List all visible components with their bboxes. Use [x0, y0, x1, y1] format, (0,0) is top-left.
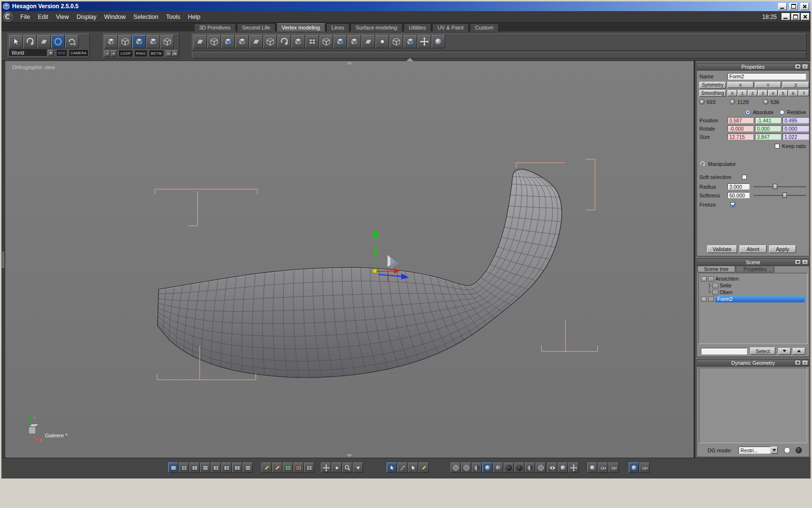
quick-render-button[interactable]	[629, 463, 639, 473]
dg-white-indicator[interactable]	[784, 447, 790, 453]
shading-smooth-button[interactable]	[482, 463, 493, 473]
radius-slider-thumb[interactable]	[773, 184, 777, 189]
tool-tessellate[interactable]	[305, 35, 319, 48]
shading-flat-button[interactable]	[472, 463, 482, 473]
select-edges-button[interactable]	[118, 35, 132, 48]
grid-xz-button[interactable]	[283, 463, 293, 473]
child-minimize-button[interactable]	[782, 13, 790, 20]
validate-button[interactable]: Validate	[707, 245, 737, 253]
ring-select-button[interactable]: RING	[134, 50, 148, 57]
menu-selection[interactable]: Selection	[130, 12, 162, 22]
select-auto-button[interactable]	[160, 35, 174, 48]
dynamic-geometry-header[interactable]: Dynamic Geometry ×	[697, 359, 809, 367]
rotate-x-input[interactable]: -0.000	[727, 125, 754, 132]
layout-single-view-button[interactable]	[168, 463, 178, 473]
shading-dark-button[interactable]	[504, 463, 514, 473]
left-panel-grip[interactable]	[2, 252, 4, 268]
menu-file[interactable]: File	[16, 12, 34, 22]
render-camera-button[interactable]	[598, 463, 608, 473]
gizmo-center-handle[interactable]	[373, 269, 377, 273]
tab-utilities[interactable]: Utilities	[404, 23, 431, 31]
pick-tool-button[interactable]	[408, 463, 418, 473]
dg-sphere-indicator[interactable]	[796, 447, 802, 453]
symmetry-button[interactable]: Symmetry	[699, 82, 726, 89]
tree-item-form2-selected[interactable]: Form2	[701, 296, 806, 302]
layout-quad-view-button[interactable]	[179, 463, 189, 473]
pan-view-button[interactable]	[321, 463, 331, 473]
loop-select-button[interactable]: LOOP	[118, 50, 132, 57]
hammer-tool-button[interactable]	[397, 463, 407, 473]
abort-button[interactable]: Abort	[740, 245, 767, 253]
show-object-button[interactable]	[558, 463, 568, 473]
tool-weld[interactable]	[334, 35, 347, 48]
symmetry-z-button[interactable]: Z	[783, 82, 809, 88]
render-film-button[interactable]	[609, 463, 619, 473]
paint-button[interactable]	[272, 463, 282, 473]
scene-search-input[interactable]	[701, 348, 747, 355]
scene-prev-button[interactable]	[778, 348, 791, 355]
select-points-button[interactable]	[104, 35, 118, 48]
tool-symmetry[interactable]	[390, 35, 403, 48]
tool-extract-around[interactable]	[193, 35, 207, 48]
hull-mesh-object[interactable]	[157, 169, 563, 378]
tree-item-oben[interactable]: └ Oben	[708, 289, 806, 296]
freeze-checkbox[interactable]	[730, 202, 735, 207]
scene-next-button[interactable]	[793, 348, 805, 355]
soft-selection-checkbox[interactable]	[742, 175, 747, 179]
dg-collapse-button[interactable]	[795, 360, 801, 365]
visibility-icon[interactable]	[708, 276, 714, 282]
layout-two-vertical-button[interactable]	[189, 463, 200, 473]
tab-surface-modeling[interactable]: Surface modeling	[350, 23, 403, 31]
tab-3d-primitives[interactable]: 3D Primitives	[194, 23, 236, 31]
tree-item-ansichten[interactable]: Ansichten	[701, 275, 806, 282]
viewport-canvas[interactable]	[5, 61, 694, 458]
select-rotate-button[interactable]	[23, 35, 37, 48]
paint-select-button[interactable]	[104, 50, 110, 57]
scene-collapse-button[interactable]	[795, 259, 801, 265]
tool-extract-along[interactable]	[207, 35, 221, 48]
layout-three-left-button[interactable]	[211, 463, 221, 473]
tool-bridge[interactable]	[362, 35, 375, 48]
shading-wireframe-button[interactable]	[450, 463, 461, 473]
tool-average-weld[interactable]	[348, 35, 361, 48]
window-minimize-button[interactable]	[778, 3, 787, 10]
visibility-icon[interactable]	[712, 283, 718, 288]
child-close-button[interactable]	[801, 13, 810, 20]
radius-slider-track[interactable]	[754, 186, 806, 187]
menu-display[interactable]: Display	[73, 12, 101, 22]
smoothing-6-button[interactable]: 6	[788, 90, 798, 96]
select-rectangle-button[interactable]	[9, 35, 23, 48]
relative-radio[interactable]	[780, 110, 784, 115]
tool-smooth[interactable]	[277, 35, 291, 48]
window-close-button[interactable]	[800, 3, 809, 10]
smoothing-1-button[interactable]: 1	[738, 90, 747, 96]
show-axis-button[interactable]	[568, 463, 579, 473]
select-button[interactable]: Select	[750, 347, 775, 355]
softness-slider-track[interactable]	[754, 195, 806, 196]
properties-close-button[interactable]: ×	[802, 64, 808, 69]
scene-close-button[interactable]: ×	[802, 259, 808, 265]
window-maximize-button[interactable]	[789, 3, 798, 10]
smoothing-2-button[interactable]: 2	[748, 90, 757, 96]
selection-frame-top-left[interactable]	[155, 189, 258, 226]
size-x-input[interactable]: 12.715	[727, 134, 754, 140]
camera-toggle-button[interactable]: CAMERA	[69, 49, 88, 57]
viewport-top-collapse-handle[interactable]	[346, 61, 353, 64]
world-space-dropdown-arrow[interactable]	[48, 50, 54, 56]
tool-copy-symmetry[interactable]	[404, 35, 417, 48]
zoom-button[interactable]	[342, 463, 352, 473]
gizmo-plane-handle-2[interactable]	[391, 257, 399, 269]
smoothing-3-button[interactable]: 3	[758, 90, 768, 96]
menu-view[interactable]: View	[52, 12, 73, 22]
tool-chamfer[interactable]	[291, 35, 305, 48]
render-settings-button[interactable]	[639, 463, 650, 473]
select-lasso-button[interactable]	[65, 35, 79, 48]
shading-darker-button[interactable]	[514, 463, 524, 473]
layout-two-horizontal-button[interactable]	[200, 463, 210, 473]
symmetry-y-button[interactable]: Y	[755, 82, 781, 88]
smoothing-button[interactable]: Smoothing	[699, 90, 726, 97]
tab-custom[interactable]: Custom	[470, 23, 499, 31]
world-space-dropdown[interactable]: World	[9, 49, 47, 57]
properties-panel-header[interactable]: Properties ×	[697, 63, 809, 71]
tool-magnet[interactable]	[432, 35, 445, 48]
